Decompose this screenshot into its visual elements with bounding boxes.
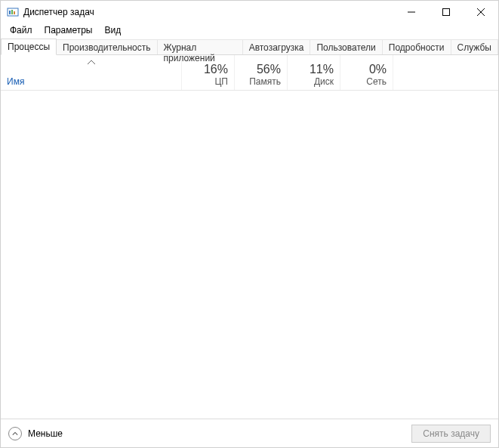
disk-percentage: 11% [310,63,334,76]
column-name[interactable]: Имя [1,55,182,90]
cpu-percentage: 16% [204,63,228,76]
svg-rect-1 [9,11,11,14]
column-headers: Имя 16% ЦП 56% Память 11% Диск 0% Сеть [1,55,498,91]
end-task-button[interactable]: Снять задачу [411,425,491,443]
tab-startup[interactable]: Автозагрузка [242,39,311,54]
tab-users[interactable]: Пользователи [310,39,382,54]
process-list[interactable] [1,91,498,419]
column-name-label: Имя [7,76,175,87]
tab-app-history[interactable]: Журнал приложений [157,39,243,54]
app-icon [7,6,19,18]
tab-details[interactable]: Подробности [382,39,451,54]
tabs: Процессы Производительность Журнал прило… [1,39,498,55]
tab-performance[interactable]: Производительность [56,39,157,54]
column-memory[interactable]: 56% Память [235,55,288,90]
svg-rect-2 [11,10,13,14]
network-percentage: 0% [369,63,387,76]
memory-label: Память [249,76,281,87]
tab-services[interactable]: Службы [451,39,498,54]
fewer-details-button[interactable]: Меньше [8,427,63,440]
network-label: Сеть [366,76,387,87]
column-filler [393,55,498,90]
chevron-up-icon [8,427,22,440]
footer: Меньше Снять задачу [1,419,498,447]
minimize-button[interactable] [394,1,429,23]
column-network[interactable]: 0% Сеть [340,55,393,90]
close-button[interactable] [464,1,498,23]
menu-options[interactable]: Параметры [39,23,99,37]
menubar: Файл Параметры Вид [1,23,498,39]
svg-rect-3 [14,11,15,14]
window-controls [394,1,498,23]
svg-rect-5 [443,9,450,16]
maximize-button[interactable] [429,1,464,23]
memory-percentage: 56% [257,63,281,76]
titlebar: Диспетчер задач [1,1,498,23]
menu-file[interactable]: Файл [4,23,39,37]
menu-view[interactable]: Вид [98,23,127,37]
disk-label: Диск [314,76,334,87]
sort-ascending-icon [88,58,95,66]
column-disk[interactable]: 11% Диск [288,55,340,90]
cpu-label: ЦП [214,76,228,87]
window-title: Диспетчер задач [23,7,94,17]
fewer-label: Меньше [28,428,63,439]
tab-processes[interactable]: Процессы [1,39,57,55]
